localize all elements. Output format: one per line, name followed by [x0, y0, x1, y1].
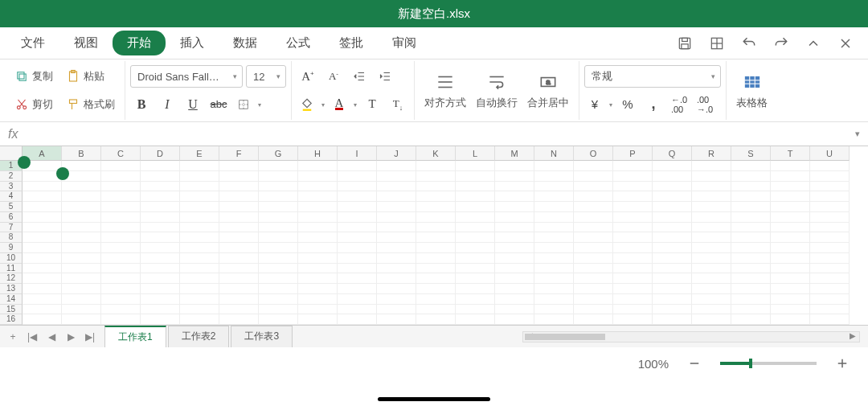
cell-L5[interactable]	[456, 202, 495, 212]
cell-E5[interactable]	[180, 202, 219, 212]
cell-A12[interactable]	[23, 273, 62, 284]
bold-button[interactable]: B	[130, 93, 153, 116]
cell-U1[interactable]	[810, 161, 850, 171]
copy-button[interactable]: 复制	[10, 66, 58, 87]
cell-H8[interactable]	[298, 232, 338, 243]
row-header-6[interactable]: 6	[0, 212, 23, 223]
cell-F4[interactable]	[219, 191, 259, 202]
cell-Q16[interactable]	[653, 314, 692, 325]
cell-H15[interactable]	[298, 305, 338, 315]
cell-R14[interactable]	[692, 294, 731, 305]
cell-Q11[interactable]	[653, 264, 692, 274]
cell-C13[interactable]	[101, 284, 141, 294]
cell-M6[interactable]	[495, 212, 534, 223]
cell-I10[interactable]	[338, 253, 377, 264]
cell-H14[interactable]	[298, 294, 338, 305]
cell-S16[interactable]	[731, 314, 771, 325]
cell-M7[interactable]	[495, 223, 534, 233]
cell-H12[interactable]	[298, 273, 338, 284]
cell-N1[interactable]	[534, 161, 574, 171]
cell-K3[interactable]	[416, 182, 456, 192]
cell-O9[interactable]	[574, 243, 613, 253]
row-header-7[interactable]: 7	[0, 223, 23, 233]
cell-G14[interactable]	[259, 294, 298, 305]
cell-D8[interactable]	[141, 232, 180, 243]
cell-C8[interactable]	[101, 232, 141, 243]
cell-T9[interactable]	[771, 243, 810, 253]
cell-M14[interactable]	[495, 294, 534, 305]
column-header-Q[interactable]: Q	[653, 146, 692, 161]
cell-C7[interactable]	[101, 223, 141, 233]
cell-I14[interactable]	[338, 294, 377, 305]
cell-H7[interactable]	[298, 223, 338, 233]
cell-A15[interactable]	[23, 305, 62, 315]
cell-L6[interactable]	[456, 212, 495, 223]
cell-M9[interactable]	[495, 243, 534, 253]
cell-U13[interactable]	[810, 284, 850, 294]
row-header-10[interactable]: 10	[0, 253, 23, 264]
cell-I4[interactable]	[338, 191, 377, 202]
cell-P11[interactable]	[613, 264, 653, 274]
cell-S15[interactable]	[731, 305, 771, 315]
cell-J11[interactable]	[377, 264, 416, 274]
menu-插入[interactable]: 插入	[166, 31, 219, 55]
cell-N3[interactable]	[534, 182, 574, 192]
cell-A14[interactable]	[23, 294, 62, 305]
selection-handle-top-left[interactable]	[18, 156, 31, 169]
cell-O7[interactable]	[574, 223, 613, 233]
cell-A11[interactable]	[23, 264, 62, 274]
cell-R16[interactable]	[692, 314, 731, 325]
cell-O6[interactable]	[574, 212, 613, 223]
cell-G1[interactable]	[259, 161, 298, 171]
column-header-D[interactable]: D	[141, 146, 180, 161]
cell-L10[interactable]	[456, 253, 495, 264]
cell-K13[interactable]	[416, 284, 456, 294]
cell-Q14[interactable]	[653, 294, 692, 305]
cell-R10[interactable]	[692, 253, 731, 264]
cell-T7[interactable]	[771, 223, 810, 233]
cell-Q8[interactable]	[653, 232, 692, 243]
column-header-M[interactable]: M	[495, 146, 534, 161]
cell-T5[interactable]	[771, 202, 810, 212]
cell-M13[interactable]	[495, 284, 534, 294]
cell-S10[interactable]	[731, 253, 771, 264]
cell-M8[interactable]	[495, 232, 534, 243]
cell-E6[interactable]	[180, 212, 219, 223]
cell-U9[interactable]	[810, 243, 850, 253]
column-header-N[interactable]: N	[534, 146, 574, 161]
cell-K10[interactable]	[416, 253, 456, 264]
column-header-J[interactable]: J	[377, 146, 416, 161]
cell-F11[interactable]	[219, 264, 259, 274]
cell-G11[interactable]	[259, 264, 298, 274]
cell-K12[interactable]	[416, 273, 456, 284]
cell-I15[interactable]	[338, 305, 377, 315]
cell-G5[interactable]	[259, 202, 298, 212]
column-header-O[interactable]: O	[574, 146, 613, 161]
cell-P14[interactable]	[613, 294, 653, 305]
zoom-in-button[interactable]	[833, 354, 852, 373]
cell-P15[interactable]	[613, 305, 653, 315]
column-header-S[interactable]: S	[731, 146, 771, 161]
cell-I8[interactable]	[338, 232, 377, 243]
prev-sheet-button[interactable]: ◀	[42, 327, 61, 347]
cell-F13[interactable]	[219, 284, 259, 294]
cell-T10[interactable]	[771, 253, 810, 264]
cell-G10[interactable]	[259, 253, 298, 264]
cell-J10[interactable]	[377, 253, 416, 264]
cell-R12[interactable]	[692, 273, 731, 284]
decrease-font-button[interactable]: A-	[322, 65, 345, 88]
column-header-K[interactable]: K	[416, 146, 456, 161]
cell-I1[interactable]	[338, 161, 377, 171]
cell-A8[interactable]	[23, 232, 62, 243]
cell-C4[interactable]	[101, 191, 141, 202]
cell-C3[interactable]	[101, 182, 141, 192]
cell-E11[interactable]	[180, 264, 219, 274]
cell-E10[interactable]	[180, 253, 219, 264]
selection-handle-bottom-right[interactable]	[56, 167, 69, 180]
cell-T4[interactable]	[771, 191, 810, 202]
cell-O13[interactable]	[574, 284, 613, 294]
redo-icon[interactable]	[765, 27, 797, 59]
cell-I11[interactable]	[338, 264, 377, 274]
formula-expand-icon[interactable]: ▾	[855, 129, 860, 139]
cell-Q1[interactable]	[653, 161, 692, 171]
